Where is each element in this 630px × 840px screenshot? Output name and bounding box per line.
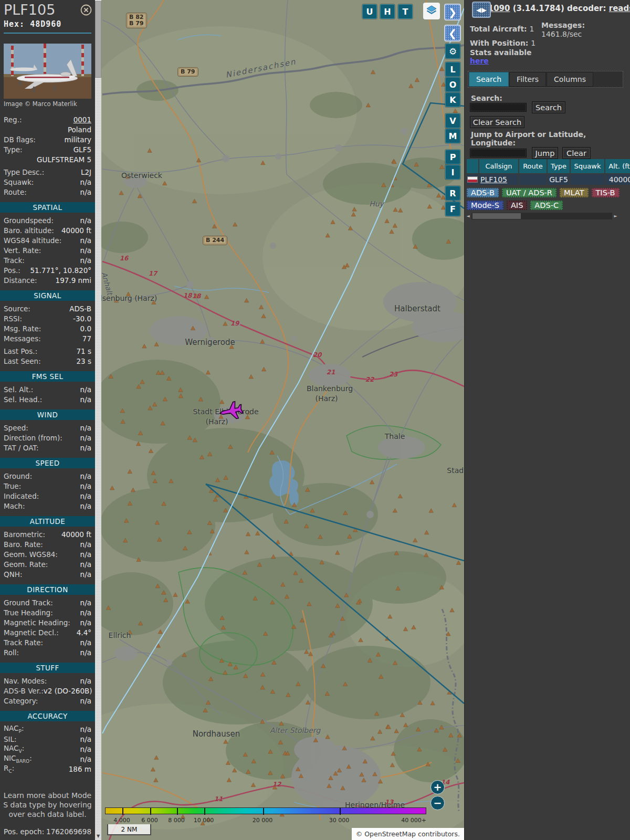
registration-link[interactable]: 0001: [74, 116, 91, 124]
data-value: 71 s: [76, 347, 91, 355]
map-button-v[interactable]: V: [445, 113, 460, 128]
data-value: 186 m: [69, 765, 91, 773]
scroll-left-icon[interactable]: ◄: [465, 213, 471, 219]
pos-epoch-label: Pos. epoch:: [4, 827, 44, 836]
search-input[interactable]: [470, 103, 527, 112]
aircraft-data-sections: SPATIALGroundspeed:n/aBaro. altitude:400…: [0, 197, 95, 774]
filter-chip-ads-c[interactable]: ADS-C: [530, 201, 563, 210]
settings-button[interactable]: ⚙: [445, 44, 460, 59]
data-value: n/a: [80, 550, 91, 559]
data-row: Source:ADS-B: [0, 303, 95, 313]
column-header-Callsign[interactable]: Callsign: [479, 159, 518, 173]
panel-collapse-button[interactable]: ❮: [444, 25, 461, 41]
scrollbar-down-arrow[interactable]: ▼: [95, 832, 101, 840]
readsb-link[interactable]: readsb: [609, 4, 630, 13]
scrollbar-thumb[interactable]: [95, 1, 101, 78]
sidebar-scrollbar[interactable]: ▼: [95, 0, 101, 840]
aircraft-table-row[interactable]: PLF105GLF540000: [467, 174, 630, 185]
map-button-f[interactable]: F: [445, 202, 460, 216]
map-button-l[interactable]: L: [445, 62, 460, 77]
jump-clear-button[interactable]: Clear: [562, 147, 591, 159]
column-header-flag[interactable]: [467, 159, 478, 173]
zoom-in-button[interactable]: +: [430, 780, 445, 794]
data-label: Geom. WGS84:: [4, 550, 58, 559]
colorbar-tick-label: 40 000+: [401, 817, 426, 824]
table-horizontal-scrollbar[interactable]: ◄ ►: [465, 213, 619, 219]
app-version: (3.14.1784): [513, 4, 564, 13]
close-icon[interactable]: [80, 4, 92, 16]
map-button-o[interactable]: O: [445, 77, 460, 92]
data-label: RSSI:: [4, 314, 22, 323]
data-value: n/a: [80, 570, 91, 579]
data-row: ADS-B Ver.:v2 (DO-260B): [0, 686, 95, 696]
info-value: n/a: [80, 178, 91, 186]
route-cell: [519, 174, 547, 185]
panel-width-toggle[interactable]: ◀▶: [472, 2, 491, 18]
panel-expand-button[interactable]: ❯: [444, 4, 461, 20]
type-cell: GLF5: [548, 174, 570, 185]
sidebar-footer: Learn more about Mode S data type by hov…: [0, 791, 95, 840]
filter-chip-mlat[interactable]: MLAT: [560, 188, 589, 197]
flag-cell: [467, 174, 478, 185]
data-row: Groundspeed:n/a: [0, 215, 95, 225]
filter-chip-uat-ads-r[interactable]: UAT / ADS-R: [502, 188, 556, 197]
map-button-t[interactable]: T: [398, 4, 413, 19]
map-button-m[interactable]: M: [445, 129, 460, 143]
data-value: 197.9 nmi: [56, 276, 91, 285]
data-row: RC:186 m: [0, 764, 95, 774]
map-button-p[interactable]: P: [445, 150, 460, 164]
attribution-text[interactable]: © OpenStreetMap contributors.: [356, 830, 460, 838]
jump-label: Jump to Airport or Latitude, Longitude:: [471, 130, 618, 147]
data-row: Last Pos.:71 s: [0, 346, 95, 356]
colorbar-tick: [204, 808, 205, 815]
data-value: n/a: [80, 697, 91, 705]
colorbar-tick-label: 8 000: [168, 817, 185, 824]
column-header-Squawk[interactable]: Squawk: [571, 159, 604, 173]
aircraft-icon[interactable]: [218, 398, 244, 426]
filter-chip-mode-s[interactable]: Mode-S: [467, 201, 503, 210]
column-header-Route[interactable]: Route: [519, 159, 547, 173]
column-header-Type[interactable]: Type: [548, 159, 570, 173]
tab-columns[interactable]: Columns: [547, 72, 593, 87]
chevron-left-icon: ❮: [448, 27, 457, 39]
filter-chip-ais[interactable]: AIS: [507, 201, 527, 210]
clear-search-button[interactable]: Clear Search: [470, 116, 524, 128]
data-value: n/a: [80, 560, 91, 569]
info-row: Type:GLF5: [0, 144, 95, 154]
data-row: Barometric:40000 ft: [0, 529, 95, 539]
triangle-left-icon: ◀: [476, 6, 481, 14]
filter-chip-tis-b[interactable]: TIS-B: [592, 188, 620, 197]
data-row: Magnetic Heading:n/a: [0, 617, 95, 627]
search-button[interactable]: Search: [532, 101, 565, 113]
map-button-h[interactable]: H: [380, 4, 395, 19]
map-canvas[interactable]: [101, 0, 464, 840]
hscroll-thumb[interactable]: [472, 213, 521, 219]
messages-label: Messages:: [541, 21, 585, 29]
map-button-r[interactable]: R: [445, 186, 460, 201]
tab-filters[interactable]: Filters: [509, 72, 546, 87]
layer-switcher-button[interactable]: [423, 3, 440, 19]
colorbar-tick: [177, 808, 178, 815]
data-row: RSSI:-30.0: [0, 313, 95, 323]
map-button-u[interactable]: U: [362, 4, 377, 19]
stats-here-link[interactable]: here: [470, 57, 489, 65]
tab-search[interactable]: Search: [469, 72, 509, 87]
scroll-right-icon[interactable]: ►: [612, 213, 619, 219]
map-button-k[interactable]: K: [445, 92, 460, 107]
column-header-Alt. (ft)[interactable]: Alt. (ft): [605, 159, 630, 173]
map-button-i[interactable]: I: [445, 165, 460, 180]
photo-credit: Image © Marco Materlik: [4, 100, 91, 108]
data-label: Baro. Rate:: [4, 540, 43, 549]
aircraft-detail-sidebar: PLF105 Hex: 48D960: [0, 0, 95, 840]
jump-input[interactable]: [470, 149, 527, 158]
layers-icon: [425, 4, 438, 18]
data-value: n/a: [80, 540, 91, 549]
data-label: NACP:: [4, 724, 24, 734]
callsign-cell[interactable]: PLF105: [479, 174, 518, 185]
zoom-out-button[interactable]: −: [430, 796, 445, 810]
data-label: TAT / OAT:: [4, 444, 39, 452]
aircraft-photo[interactable]: [4, 44, 91, 99]
data-row: Category:n/a: [0, 696, 95, 706]
filter-chip-ads-b[interactable]: ADS-B: [467, 188, 499, 197]
jump-button[interactable]: Jump: [532, 147, 558, 159]
